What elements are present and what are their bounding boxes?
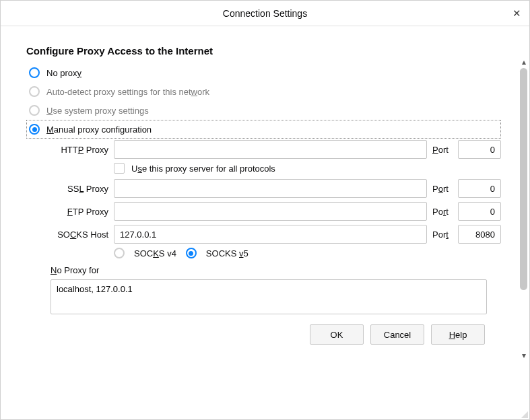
ssl-proxy-input[interactable] [114, 179, 427, 198]
ssl-port-input[interactable] [458, 179, 501, 198]
dialog-body: Configure Proxy Access to the Internet N… [1, 26, 529, 419]
ok-button[interactable]: OK [310, 324, 364, 345]
option-label: No proxy [46, 68, 81, 78]
resize-grip-icon[interactable] [519, 409, 529, 419]
option-label: Manual proxy configuration [46, 125, 152, 135]
socks-v4-radio[interactable] [114, 248, 125, 258]
option-label: Use system proxy settings [46, 106, 149, 116]
checkbox-icon [114, 163, 125, 174]
socks-host-label: SOCKS Host [51, 230, 108, 240]
manual-proxy-fields: HTTP Proxy Port Use this proxy server fo… [51, 140, 501, 258]
ftp-port-input[interactable] [458, 202, 501, 221]
socks-version-row: SOCKS v4 SOCKS v5 [114, 248, 501, 258]
no-proxy-for-input[interactable] [51, 279, 487, 314]
socks-v5-label: SOCKS v5 [206, 248, 249, 258]
http-proxy-label: HTTP Proxy [51, 145, 108, 155]
scroll-down-icon[interactable]: ▾ [518, 349, 529, 361]
option-auto-detect[interactable]: Auto-detect proxy settings for this netw… [26, 82, 501, 101]
dialog-title: Connection Settings [223, 8, 307, 19]
help-button[interactable]: Help [431, 324, 485, 345]
socks-host-input[interactable] [114, 225, 427, 244]
http-port-label: Port [432, 145, 453, 155]
socks-host-row: SOCKS Host Port [51, 225, 501, 244]
content-area: Configure Proxy Access to the Internet N… [1, 26, 517, 419]
ssl-port-label: Port [432, 184, 453, 194]
dialog-footer: OK Cancel Help [26, 316, 501, 363]
ftp-proxy-label: FTP Proxy [51, 207, 108, 217]
cancel-button[interactable]: Cancel [370, 324, 424, 345]
socks-v5-radio[interactable] [186, 248, 197, 258]
use-for-all-label: Use this proxy server for all protocols [131, 164, 275, 174]
radio-icon [29, 124, 40, 135]
option-no-proxy[interactable]: No proxy [26, 63, 501, 82]
http-proxy-input[interactable] [114, 140, 427, 159]
no-proxy-for-label: No Proxy for [51, 265, 501, 275]
socks-port-label: Port [432, 230, 453, 240]
ftp-proxy-input[interactable] [114, 202, 427, 221]
socks-port-input[interactable] [458, 225, 501, 244]
ftp-proxy-row: FTP Proxy Port [51, 202, 501, 221]
ssl-proxy-label: SSL Proxy [51, 184, 108, 194]
option-system-proxy[interactable]: Use system proxy settings [26, 101, 501, 120]
close-icon[interactable]: ✕ [509, 6, 524, 21]
use-for-all-row[interactable]: Use this proxy server for all protocols [114, 163, 501, 174]
option-manual-proxy[interactable]: Manual proxy configuration [26, 120, 501, 139]
scroll-up-icon[interactable]: ▴ [518, 56, 529, 68]
scroll-thumb[interactable] [520, 68, 527, 290]
radio-icon [29, 86, 40, 97]
titlebar: Connection Settings ✕ [1, 1, 529, 26]
ssl-proxy-row: SSL Proxy Port [51, 179, 501, 198]
section-heading: Configure Proxy Access to the Internet [26, 45, 501, 57]
radio-icon [29, 67, 40, 78]
socks-v4-label: SOCKS v4 [134, 248, 176, 258]
connection-settings-dialog: Connection Settings ✕ Configure Proxy Ac… [0, 0, 530, 420]
http-port-input[interactable] [458, 140, 501, 159]
option-label: Auto-detect proxy settings for this netw… [46, 87, 209, 97]
radio-icon [29, 105, 40, 116]
ftp-port-label: Port [432, 207, 453, 217]
vertical-scrollbar[interactable]: ▴ ▾ [517, 26, 529, 419]
http-proxy-row: HTTP Proxy Port [51, 140, 501, 159]
